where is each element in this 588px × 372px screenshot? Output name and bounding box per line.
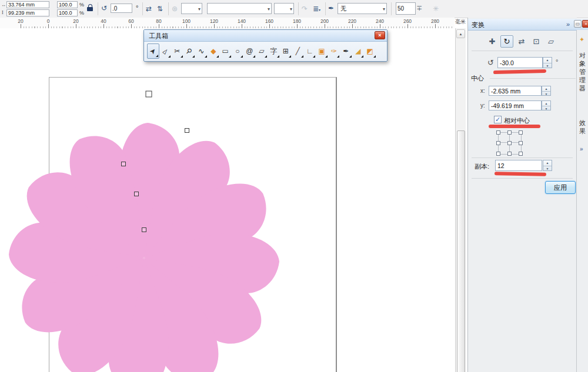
node-handle[interactable] xyxy=(185,128,189,133)
toolbox-titlebar[interactable]: 工具箱 xyxy=(144,30,387,42)
center-x-field[interactable] xyxy=(489,86,542,96)
ruler-label: 280 xyxy=(431,18,439,24)
dropdown-small-1[interactable] xyxy=(181,3,202,14)
basic-shapes-tool-icon: ▱ xyxy=(259,48,264,55)
position-x-field[interactable] xyxy=(6,1,49,8)
anchor-checkbox[interactable] xyxy=(496,141,500,145)
docker-tab[interactable]: 对象管理器 xyxy=(579,52,586,92)
scroll-thumb[interactable] xyxy=(457,130,465,372)
center-x-spinner[interactable]: ▲▼ xyxy=(542,86,551,96)
anchor-checkbox[interactable] xyxy=(519,152,523,156)
center-label: 中心 xyxy=(471,74,484,83)
scale-mirror-mode-icon[interactable]: ⇄ xyxy=(515,35,528,48)
rotate-angle-icon: ↺ xyxy=(487,58,494,67)
vertical-scrollbar[interactable]: ▲ xyxy=(455,28,466,372)
anchor-checkbox[interactable] xyxy=(496,130,500,135)
rotation-field[interactable] xyxy=(111,4,132,13)
connector-tool[interactable]: ∟ xyxy=(304,43,316,59)
mirror-horizontal-icon[interactable]: ⇄ xyxy=(146,5,152,13)
freehand-tool-icon: ∿ xyxy=(198,48,204,55)
rotation-angle-field[interactable] xyxy=(497,57,543,68)
ruler-label: 260 xyxy=(403,18,412,24)
outline-pen-tool[interactable]: ✒ xyxy=(340,43,352,59)
shape-tool[interactable]: ▻ xyxy=(159,43,172,59)
fill-tool-icon: ◢ xyxy=(355,48,360,55)
ruler-label: 180 xyxy=(293,18,301,24)
canvas-area[interactable] xyxy=(0,28,455,372)
anchor-checkbox[interactable] xyxy=(519,141,523,145)
position-y-field[interactable] xyxy=(6,9,49,16)
ruler-label: 20 xyxy=(73,18,78,24)
red-underline-annotation-copies xyxy=(495,172,546,176)
docker-close-icon[interactable]: × xyxy=(582,20,588,28)
mirror-vertical-icon[interactable]: ⇅ xyxy=(157,5,163,13)
text-tool-icon: 字 xyxy=(270,48,277,55)
wrap-text-icon[interactable]: ≣▾ xyxy=(313,5,320,13)
basic-shapes-tool[interactable]: ▱ xyxy=(256,43,268,59)
panel-degree-label: ° xyxy=(556,58,558,65)
ellipse-tool[interactable]: ○ xyxy=(232,43,244,59)
copies-spinner[interactable]: ▲▼ xyxy=(543,160,552,171)
pick-tool-icon: ➤ xyxy=(148,46,158,55)
outline-pen-tool-icon: ✒ xyxy=(343,48,349,55)
minimize-icon[interactable]: ▭ xyxy=(574,20,582,28)
eyedropper-tool-icon: ✑ xyxy=(331,48,337,55)
scale-x-field[interactable] xyxy=(57,1,78,8)
degree-label: ° xyxy=(136,4,138,11)
crop-tool[interactable]: ✂ xyxy=(171,43,183,59)
dimension-tool[interactable]: ╱ xyxy=(292,43,304,59)
overflow-chevron-icon[interactable]: » xyxy=(566,21,570,28)
node-handle[interactable] xyxy=(146,91,152,98)
anchor-point-grid[interactable] xyxy=(496,130,523,156)
horizontal-ruler[interactable]: 2002040608010012014016018020022024026028… xyxy=(0,18,455,29)
strip-chevron-icon[interactable]: » xyxy=(580,146,583,152)
anchor-checkbox[interactable] xyxy=(519,130,523,135)
percent-label-x: % xyxy=(79,2,84,8)
anchor-checkbox[interactable] xyxy=(507,130,512,135)
table-tool[interactable]: ⊞ xyxy=(280,43,292,59)
rectangle-tool[interactable]: ▭ xyxy=(219,43,232,59)
close-icon[interactable] xyxy=(375,31,385,39)
outline-width-dropdown[interactable]: 无 xyxy=(338,3,387,14)
size-mode-icon[interactable]: ⊡ xyxy=(530,35,543,48)
lock-ratio-icon[interactable] xyxy=(87,7,93,11)
text-tool[interactable]: 字 xyxy=(268,43,280,59)
toolbox-tools: ➤▻✂⚲∿◆▭○@▱字⊞╱∟▣✑✒◢◩ xyxy=(147,42,385,60)
center-y-spinner[interactable]: ▲▼ xyxy=(542,100,551,110)
polygon-tool[interactable]: @ xyxy=(243,43,256,59)
position-mode-icon[interactable]: ✚ xyxy=(486,35,499,48)
freehand-tool[interactable]: ∿ xyxy=(195,43,208,59)
fill-tool[interactable]: ◢ xyxy=(352,43,365,59)
anchor-checkbox[interactable] xyxy=(507,152,512,156)
flower-svg xyxy=(0,110,294,372)
numeric-field[interactable] xyxy=(396,2,416,15)
dropdown-wide[interactable] xyxy=(207,3,272,14)
rotate-icon: ↺ xyxy=(101,4,107,12)
rectangle-tool-icon: ▭ xyxy=(222,48,229,55)
rotate-mode-icon[interactable]: ↻ xyxy=(500,35,513,48)
interactive-fill-tool[interactable]: ◩ xyxy=(364,43,376,59)
relative-center-checkbox[interactable]: ✓ xyxy=(494,116,502,123)
ruler-label: 100 xyxy=(182,18,191,24)
copies-field[interactable] xyxy=(495,160,542,171)
scale-y-field[interactable] xyxy=(57,9,78,16)
dropdown-small-2[interactable] xyxy=(274,3,294,14)
blend-tool[interactable]: ▣ xyxy=(316,43,328,59)
pick-tool[interactable]: ➤ xyxy=(147,43,159,59)
anchor-checkbox[interactable] xyxy=(507,141,512,145)
center-y-field[interactable] xyxy=(489,100,542,110)
skew-mode-icon[interactable]: ▱ xyxy=(544,35,557,48)
smart-fill-tool[interactable]: ◆ xyxy=(208,43,220,59)
node-handle[interactable] xyxy=(121,162,126,166)
rotation-angle-spinner[interactable]: ▲▼ xyxy=(543,57,552,68)
app-window: ↔ I % % ↺ ° ⇄ ⇅ ⊛ ↷ ≣▾ ✒ 无 ∓ ✳ 200204060… xyxy=(0,0,588,372)
apply-button[interactable]: 应用 xyxy=(545,181,576,194)
node-handle[interactable] xyxy=(134,192,139,196)
node-handle[interactable] xyxy=(142,227,146,232)
eyedropper-tool[interactable]: ✑ xyxy=(328,43,340,59)
scroll-up-icon[interactable]: ▲ xyxy=(456,29,465,38)
docker-titlebar[interactable]: 变换 » ▭ × xyxy=(468,19,588,31)
docker-tab[interactable]: 效果 xyxy=(579,119,586,135)
anchor-checkbox[interactable] xyxy=(496,152,500,156)
zoom-tool[interactable]: ⚲ xyxy=(183,43,196,59)
